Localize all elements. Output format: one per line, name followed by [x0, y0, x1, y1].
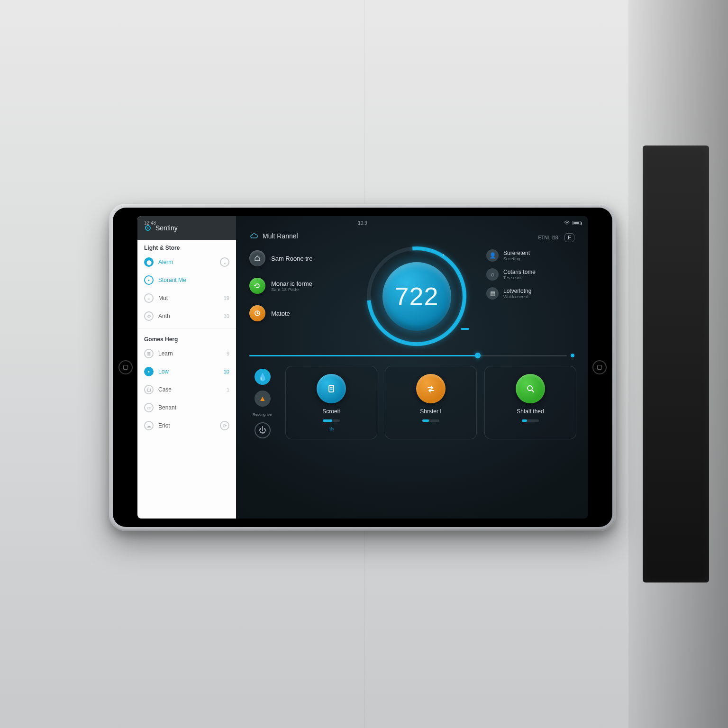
device-cards-row: 💧 ▲ Resong iser ⏻ — [247, 366, 576, 439]
status-bar: 12:48 10:9 — [137, 216, 588, 229]
cloud-icon: ☁ — [144, 421, 154, 430]
header-right-text: ETNL I18 — [538, 235, 558, 240]
power-small-icon: ⏻ — [259, 426, 266, 435]
sun-icon: ☼ — [486, 268, 499, 281]
search-large-icon — [516, 374, 545, 403]
sidebar-item-mut[interactable]: ⌕ Mut 19 — [137, 289, 236, 307]
cloud-header-icon — [250, 233, 258, 239]
mini-button-2[interactable]: ▲ — [255, 391, 271, 407]
gear-icon: ⚙ — [144, 311, 154, 321]
card-3-bar — [522, 419, 539, 422]
sidebar-item-alerm[interactable]: ⬤ Alerm ⌄ — [137, 253, 236, 271]
dial-tick — [461, 328, 469, 330]
device-card-3[interactable]: Shtalt thed — [484, 366, 576, 439]
section-title-label: Mult Rannel — [263, 232, 298, 240]
room-item-3[interactable]: Matote — [247, 301, 347, 325]
main-panel: ETNL I18 E Mult Rannel — [236, 216, 588, 519]
room-list: Sam Roone tre Monar ic forme Sant 18 Pat… — [247, 246, 347, 346]
clock-icon — [249, 305, 265, 321]
tablet-home-button-right[interactable] — [592, 360, 607, 374]
tablet-home-button-left[interactable] — [118, 360, 133, 374]
sync-icon: ⟳ — [220, 421, 229, 430]
level-slider[interactable] — [249, 354, 574, 357]
quick-item-3[interactable]: ▦ Lotverlotng Wuldconeerd — [486, 287, 576, 300]
header-right: ETNL I18 E — [538, 233, 574, 242]
screen: 12:48 10:9 Sentiny Light & Store — [137, 216, 588, 519]
folder-icon: ▭ — [144, 403, 154, 412]
device-card-2[interactable]: Shrster I — [385, 366, 477, 439]
slider-track — [249, 355, 567, 356]
sidebar-item-case[interactable]: ⏻ Case 1 — [137, 381, 236, 399]
drop-icon: 💧 — [258, 373, 267, 382]
flame-icon: ▲ — [259, 394, 266, 403]
user-icon: 👤 — [486, 249, 499, 262]
search-icon: ⌕ — [144, 293, 154, 303]
quick-list: 👤 Sureretent Socettng ☼ Cotaris tome Tes… — [486, 246, 576, 346]
sidebar-divider — [137, 328, 236, 328]
section-title: Mult Rannel — [247, 232, 576, 240]
dial-unit: ° — [443, 253, 445, 259]
mini-label: Resong iser — [253, 412, 273, 417]
mini-button-1[interactable]: 💧 — [255, 369, 271, 385]
sidebar-section-1: Light & Store — [137, 240, 236, 253]
transfer-icon — [416, 374, 446, 403]
sidebar-item-learn[interactable]: ≣ Learn 9 — [137, 345, 236, 363]
quick-item-1[interactable]: 👤 Sureretent Socettng — [486, 249, 576, 262]
quick-item-2[interactable]: ☼ Cotaris tome Tes seant — [486, 268, 576, 281]
document-icon — [317, 374, 346, 403]
home-icon — [249, 250, 265, 266]
environment-right-appliances — [628, 0, 728, 728]
sidebar-section-2: Gomes Herg — [137, 331, 236, 345]
slider-endcap — [571, 354, 574, 357]
battery-icon — [573, 221, 581, 225]
room-item-2[interactable]: Monar ic forme Sant 18 Patte — [247, 274, 347, 298]
grid-icon: ▦ — [486, 287, 499, 300]
sidebar-item-storant[interactable]: • Storant Me — [137, 271, 236, 289]
tablet-bezel: 12:48 10:9 Sentiny Light & Store — [113, 208, 612, 527]
slider-thumb[interactable] — [475, 353, 481, 358]
bulb-icon: ⬤ — [144, 257, 154, 267]
status-center: 10:9 — [358, 220, 367, 226]
dial-progress — [346, 226, 487, 366]
mini-button-3[interactable]: ⏻ — [255, 422, 271, 438]
status-time-left: 12:48 — [144, 220, 156, 226]
thermostat-dial[interactable]: ° 722 — [367, 246, 466, 346]
chart-icon: ≣ — [144, 349, 154, 358]
sidebar-item-benant[interactable]: ▭ Benant — [137, 399, 236, 417]
wifi-icon — [564, 220, 570, 225]
sidebar-item-low[interactable]: • Low 10 — [137, 363, 236, 381]
card-2-bar — [422, 419, 439, 422]
sidebar-item-anth[interactable]: ⚙ Anth 10 — [137, 307, 236, 325]
header-chip[interactable]: E — [564, 233, 574, 242]
power-icon: ⏻ — [144, 385, 154, 394]
circle-icon: • — [144, 275, 154, 285]
svg-rect-3 — [329, 385, 334, 392]
refresh-icon — [249, 278, 265, 294]
tablet-device: 12:48 10:9 Sentiny Light & Store — [109, 204, 616, 531]
device-card-1[interactable]: Scroeit 1b — [285, 366, 377, 439]
status-right-cluster — [564, 220, 581, 225]
room-item-1[interactable]: Sam Roone tre — [247, 246, 347, 270]
sidebar: Sentiny Light & Store ⬤ Alerm ⌄ • Storan… — [137, 216, 236, 519]
expand-icon: ⌄ — [220, 257, 229, 267]
top-area: Sam Roone tre Monar ic forme Sant 18 Pat… — [247, 246, 576, 346]
sidebar-item-erlot[interactable]: ☁ Erlot ⟳ — [137, 417, 236, 435]
slider-fill — [249, 355, 478, 356]
card-1-bar — [323, 419, 340, 422]
mini-column: 💧 ▲ Resong iser ⏻ — [247, 366, 278, 439]
dot-accent-icon: • — [144, 367, 154, 376]
thermostat-dial-area: ° 722 — [355, 246, 478, 346]
